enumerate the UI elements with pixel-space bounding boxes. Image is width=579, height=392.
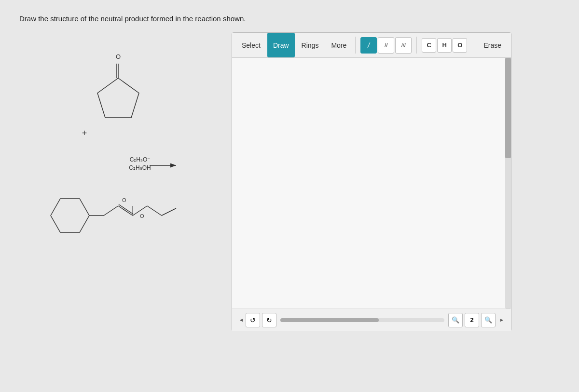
undo-button[interactable]: ↺	[246, 313, 260, 327]
more-button[interactable]: More	[325, 33, 352, 57]
right-arrow-icon[interactable]: ►	[497, 316, 506, 324]
single-bond-button[interactable]: /	[360, 37, 377, 54]
svg-line-18	[162, 208, 176, 216]
zoom-reset-label: 2	[470, 316, 473, 324]
oxygen-label: O	[457, 41, 462, 49]
svg-text:C₂H₅OH: C₂H₅OH	[129, 164, 151, 171]
right-scrollbar[interactable]	[505, 58, 511, 309]
atom-buttons: C H O	[420, 33, 469, 57]
svg-marker-9	[51, 199, 89, 232]
zoom-controls: 🔍 2 🔍	[448, 313, 496, 327]
single-bond-icon: /	[368, 41, 370, 49]
horizontal-scrollbar[interactable]	[280, 318, 444, 322]
zoom-out-button[interactable]: 🔍	[481, 313, 496, 327]
oxygen-button[interactable]: O	[453, 38, 467, 53]
bottom-molecule: O O	[51, 197, 176, 232]
top-molecule: O	[97, 53, 139, 118]
svg-line-11	[104, 206, 118, 216]
carbon-button[interactable]: C	[422, 38, 436, 53]
undo-redo-buttons: ↺ ↻	[246, 313, 276, 327]
rings-button[interactable]: Rings	[296, 33, 325, 57]
redo-button[interactable]: ↻	[262, 313, 276, 327]
svg-marker-0	[97, 78, 139, 118]
toolbar-separator-2	[416, 37, 417, 54]
undo-icon: ↺	[250, 316, 256, 324]
hydrogen-label: H	[442, 41, 447, 49]
right-scrollbar-thumb	[505, 58, 511, 158]
zoom-reset-button[interactable]: 2	[465, 313, 479, 327]
bond-buttons: / // ///	[358, 33, 414, 57]
zoom-out-icon: 🔍	[484, 316, 492, 324]
draw-button[interactable]: Draw	[267, 33, 295, 57]
svg-line-13	[119, 204, 133, 214]
question-text: Draw the structure of the neutral produc…	[19, 14, 560, 23]
svg-line-17	[147, 206, 162, 216]
hydrogen-button[interactable]: H	[437, 38, 452, 53]
triple-bond-icon: ///	[401, 42, 406, 48]
content-area: O + C₂H₅O⁻ C₂H₅OH	[19, 32, 560, 331]
select-button[interactable]: Select	[236, 33, 266, 57]
carbon-label: C	[427, 41, 431, 49]
erase-button[interactable]: Erase	[478, 33, 507, 57]
bottom-toolbar: ◄ ↺ ↻ 🔍	[232, 309, 511, 331]
double-bond-button[interactable]: //	[378, 37, 394, 54]
svg-text:C₂H₅O⁻: C₂H₅O⁻	[130, 156, 151, 163]
double-bond-icon: //	[385, 42, 388, 49]
svg-text:+: +	[82, 128, 87, 138]
molecule-area: O + C₂H₅O⁻ C₂H₅OH	[19, 32, 227, 302]
toolbar-separator-1	[355, 37, 356, 54]
svg-text:O: O	[122, 197, 126, 203]
svg-text:O: O	[116, 53, 121, 60]
editor-panel: Select Draw Rings More / // ///	[232, 32, 511, 331]
page-wrapper: Draw the structure of the neutral produc…	[0, 0, 579, 392]
molecule-svg: O + C₂H₅O⁻ C₂H₅OH	[22, 42, 224, 293]
triple-bond-button[interactable]: ///	[395, 37, 412, 54]
redo-icon: ↻	[266, 316, 272, 324]
left-arrow-icon[interactable]: ◄	[237, 316, 246, 324]
zoom-in-icon: 🔍	[452, 316, 459, 324]
toolbar: Select Draw Rings More / // ///	[232, 33, 511, 58]
svg-line-12	[118, 206, 133, 216]
zoom-in-button[interactable]: 🔍	[448, 313, 463, 327]
horizontal-scrollbar-thumb	[280, 318, 379, 322]
drawing-canvas[interactable]	[232, 58, 511, 309]
svg-text:O: O	[140, 213, 144, 219]
